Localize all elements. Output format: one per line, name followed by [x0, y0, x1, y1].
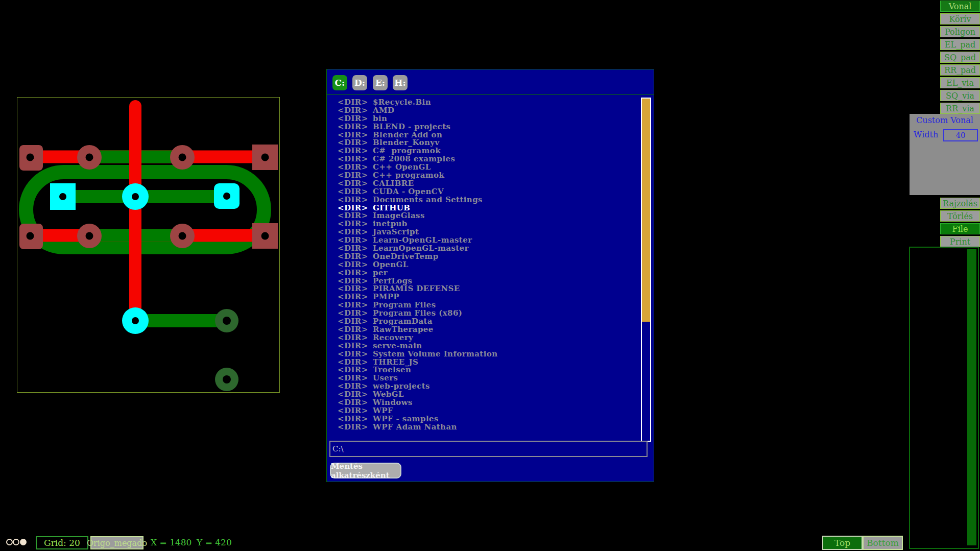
pcb-via-cyan-bottom[interactable]	[122, 307, 149, 334]
pcb-pad-square-bottomleft[interactable]	[19, 224, 43, 249]
width-input[interactable]	[943, 129, 978, 141]
pcb-via-darkgreen-2[interactable]	[215, 368, 238, 391]
sidebar-button-sq-pad[interactable]: SQ_pad	[940, 52, 980, 63]
layer-preview-bar	[967, 249, 976, 545]
pcb-pad-square-bottomright[interactable]	[252, 223, 278, 249]
layer-bottom-button[interactable]: Bottom	[863, 536, 903, 550]
pcb-pad-cyan-left[interactable]	[50, 183, 76, 210]
sidebar-button-poligon[interactable]: Poligon	[940, 26, 980, 37]
sidebar-button-el-via[interactable]: EL_via	[940, 77, 980, 88]
sidebar-button-file[interactable]: File	[940, 223, 980, 234]
tool-stack: VonalKörívPoligonEL_padSQ_padRR_padEL_vi…	[940, 1, 980, 115]
drive-button-e[interactable]: E:	[373, 75, 388, 90]
layer-top-button[interactable]: Top	[822, 536, 863, 550]
drive-button-h[interactable]: H:	[393, 75, 408, 90]
dir-tag: <DIR>	[338, 423, 373, 432]
width-label: Width	[914, 130, 938, 139]
file-list-scrollbar[interactable]	[641, 98, 651, 442]
cursor-y-readout: Y = 420	[197, 537, 232, 547]
sidebar-button-k-r-v[interactable]: Körív	[940, 13, 980, 25]
sidebar-button-t-rl-s[interactable]: Törlés	[940, 210, 980, 222]
sidebar-button-el-pad[interactable]: EL_pad	[940, 39, 980, 50]
action-stack: RajzolásTörlésFilePrint	[940, 198, 980, 249]
pcb-pad-round-1[interactable]	[77, 145, 102, 170]
drive-button-c[interactable]: C:	[332, 75, 347, 90]
status-dot-1[interactable]	[6, 539, 13, 545]
custom-vonal-panel: Custom Vonal Width	[910, 114, 980, 195]
cursor-x-readout: X = 1480	[151, 537, 192, 547]
drive-bar: C:D:E:H:	[327, 69, 654, 95]
pcb-pad-round-2[interactable]	[170, 145, 195, 170]
file-list: <DIR>$Recycle.Bin<DIR>AMD<DIR>bin<DIR>BL…	[327, 99, 633, 432]
grid-indicator[interactable]: Grid: 20	[36, 536, 88, 549]
pcb-pad-round-4[interactable]	[170, 224, 195, 248]
pcb-via-cyan-middle[interactable]	[122, 183, 149, 210]
file-list-row[interactable]: <DIR>WPF Adam Nathan	[327, 423, 633, 432]
sidebar-button-sq-via[interactable]: SQ_via	[940, 90, 980, 101]
status-dot-3[interactable]	[20, 539, 27, 545]
pcb-editor-canvas[interactable]	[17, 97, 280, 393]
status-dot-2[interactable]	[13, 539, 19, 545]
sidebar-button-vonal[interactable]: Vonal	[940, 1, 980, 12]
sidebar-button-rr-via[interactable]: RR_via	[940, 103, 980, 114]
file-dialog: C:D:E:H: <DIR>$Recycle.Bin<DIR>AMD<DIR>b…	[326, 69, 654, 482]
pcb-pad-cyan-right[interactable]	[214, 183, 240, 209]
sidebar-button-rr-pad[interactable]: RR_pad	[940, 64, 980, 76]
layer-preview-panel	[909, 247, 979, 549]
sidebar-button-print[interactable]: Print	[940, 236, 980, 247]
origo-megado-button[interactable]: Origo_megado	[90, 536, 144, 549]
pcb-pad-square-topleft[interactable]	[19, 145, 43, 171]
sidebar-button-rajzol-s[interactable]: Rajzolás	[940, 198, 980, 209]
pcb-pad-square-topright[interactable]	[252, 145, 278, 170]
scrollbar-thumb[interactable]	[642, 99, 650, 322]
pcb-pad-round-3[interactable]	[77, 224, 102, 248]
pcb-artwork	[17, 98, 279, 392]
custom-vonal-title: Custom Vonal	[910, 115, 980, 125]
directory-name: WPF Adam Nathan	[373, 422, 457, 432]
pcb-via-darkgreen-1[interactable]	[215, 309, 238, 332]
path-input[interactable]	[329, 441, 648, 457]
drive-button-d[interactable]: D:	[352, 75, 367, 90]
save-as-component-button[interactable]: Mentés alkatrészként	[330, 463, 401, 478]
